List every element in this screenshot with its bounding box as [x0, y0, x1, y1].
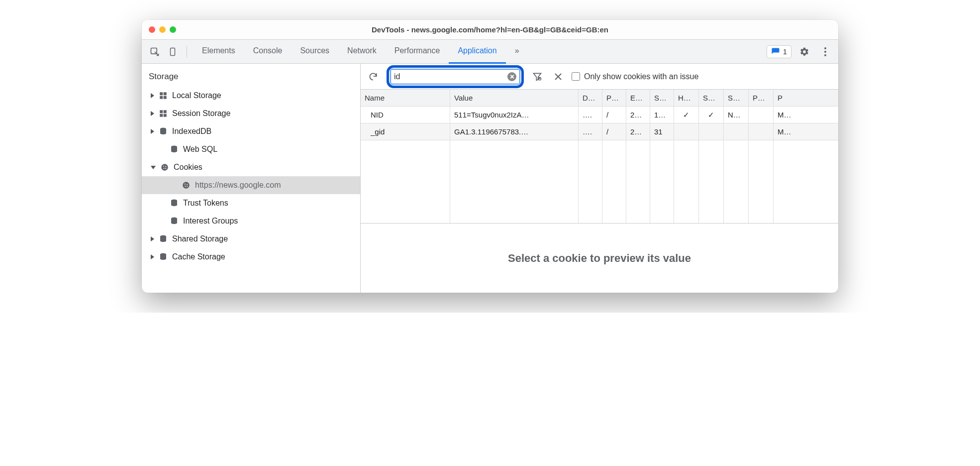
close-window-button[interactable]	[149, 26, 155, 33]
cell	[724, 123, 749, 140]
tab-application[interactable]: Application	[449, 40, 505, 64]
sidebar-item-indexeddb[interactable]: IndexedDB	[142, 122, 360, 140]
svg-point-19	[165, 168, 166, 169]
svg-point-3	[824, 51, 826, 53]
grid-icon	[158, 109, 168, 118]
table-row[interactable]: NID511=Tsugv0nux2IzA……./2…1…✓✓N…M…	[361, 107, 838, 123]
cell	[674, 123, 699, 140]
cell: M…	[774, 107, 803, 123]
sidebar-item-shared-storage[interactable]: Shared Storage	[142, 230, 360, 248]
col-path[interactable]: P…	[602, 90, 626, 106]
svg-rect-6	[164, 92, 167, 95]
svg-rect-11	[160, 114, 163, 117]
svg-point-15	[161, 164, 168, 171]
filter-funnel-icon[interactable]	[530, 69, 545, 84]
filter-input[interactable]	[394, 72, 507, 81]
storage-sidebar: Storage Local StorageSession StorageInde…	[142, 64, 361, 293]
db-icon	[158, 126, 168, 136]
col-secure[interactable]: S…	[699, 90, 724, 106]
more-icon[interactable]	[817, 44, 833, 60]
cell: M…	[774, 123, 803, 140]
col-expires[interactable]: E…	[626, 90, 650, 106]
cell: /	[602, 107, 626, 123]
filter-highlight	[387, 65, 524, 88]
minimize-window-button[interactable]	[159, 26, 166, 33]
col-samesite[interactable]: S…	[724, 90, 749, 106]
col-priority[interactable]: P	[774, 90, 803, 106]
tab-network[interactable]: Network	[338, 40, 386, 64]
cell: 31	[650, 123, 674, 140]
svg-rect-10	[164, 110, 167, 113]
svg-rect-9	[160, 110, 163, 113]
db-icon	[158, 234, 168, 244]
sidebar-item-local-storage[interactable]: Local Storage	[142, 87, 360, 105]
cell	[749, 123, 774, 140]
svg-point-20	[183, 182, 190, 189]
sidebar-item-trust-tokens[interactable]: Trust Tokens	[142, 194, 360, 212]
cell: ✓	[699, 107, 724, 123]
titlebar: DevTools - news.google.com/home?hl=en-GB…	[142, 20, 838, 40]
table-row[interactable]: _gidGA1.3.1196675783.……./2…31M…	[361, 123, 838, 140]
svg-rect-12	[164, 114, 167, 117]
svg-point-2	[824, 47, 826, 49]
sidebar-item-label: Local Storage	[172, 91, 221, 100]
sidebar-item-cookies[interactable]: Cookies	[142, 158, 360, 176]
cell: GA1.3.1196675783.…	[450, 123, 579, 140]
only-issues-checkbox-wrap[interactable]: Only show cookies with an issue	[572, 72, 698, 81]
sidebar-item-session-storage[interactable]: Session Storage	[142, 105, 360, 122]
sidebar-item-interest-groups[interactable]: Interest Groups	[142, 212, 360, 230]
table-body-spacer	[361, 140, 838, 223]
tree-arrow-icon	[151, 93, 154, 98]
cookies-table: Name Value D… P… E… S… H… S… S… P… P NID…	[361, 90, 838, 293]
cell	[699, 123, 724, 140]
sidebar-item-cache-storage[interactable]: Cache Storage	[142, 248, 360, 266]
col-value[interactable]: Value	[450, 90, 579, 106]
col-domain[interactable]: D…	[579, 90, 602, 106]
cell: ….	[579, 123, 602, 140]
cell: ….	[579, 107, 602, 123]
sidebar-item-https-news-google-com[interactable]: https://news.google.com	[142, 176, 360, 194]
svg-point-23	[185, 186, 186, 187]
tabs-overflow[interactable]: »	[506, 40, 528, 64]
col-httponly[interactable]: H…	[674, 90, 699, 106]
cell: N…	[724, 107, 749, 123]
cell: _gid	[361, 123, 450, 140]
sidebar-item-label: Cache Storage	[172, 252, 225, 261]
svg-point-21	[185, 184, 186, 185]
cookie-icon	[160, 162, 170, 172]
device-toggle-icon[interactable]	[165, 44, 181, 60]
svg-rect-5	[160, 92, 163, 95]
tab-elements[interactable]: Elements	[193, 40, 244, 64]
clear-icon[interactable]	[551, 69, 566, 84]
only-issues-label: Only show cookies with an issue	[584, 72, 698, 81]
issues-count: 1	[783, 47, 787, 56]
svg-rect-8	[164, 96, 167, 99]
maximize-window-button[interactable]	[170, 26, 176, 33]
tab-performance[interactable]: Performance	[386, 40, 449, 64]
cell: ✓	[674, 107, 699, 123]
inspect-icon[interactable]	[147, 44, 163, 60]
tree-arrow-icon	[151, 166, 156, 169]
tab-console[interactable]: Console	[244, 40, 292, 64]
tree-arrow-icon	[151, 129, 154, 134]
issues-button[interactable]: 1	[767, 45, 791, 58]
clear-filter-icon[interactable]	[507, 72, 516, 81]
svg-point-16	[163, 166, 164, 167]
tab-sources[interactable]: Sources	[291, 40, 338, 64]
separator	[187, 46, 187, 58]
only-issues-checkbox[interactable]	[572, 72, 580, 81]
sidebar-item-label: Cookies	[174, 163, 202, 172]
col-partition[interactable]: P…	[749, 90, 774, 106]
refresh-icon[interactable]	[366, 69, 381, 84]
cell: 1…	[650, 107, 674, 123]
traffic-lights	[149, 26, 176, 33]
sidebar-item-label: Trust Tokens	[183, 199, 228, 208]
col-name[interactable]: Name	[361, 90, 450, 106]
db-icon	[158, 252, 168, 262]
sidebar-item-label: Interest Groups	[183, 217, 238, 226]
tree-arrow-icon	[151, 254, 154, 259]
sidebar-item-web-sql[interactable]: Web SQL	[142, 140, 360, 158]
settings-icon[interactable]	[796, 44, 812, 60]
col-size[interactable]: S…	[650, 90, 674, 106]
cell: 2…	[626, 107, 650, 123]
